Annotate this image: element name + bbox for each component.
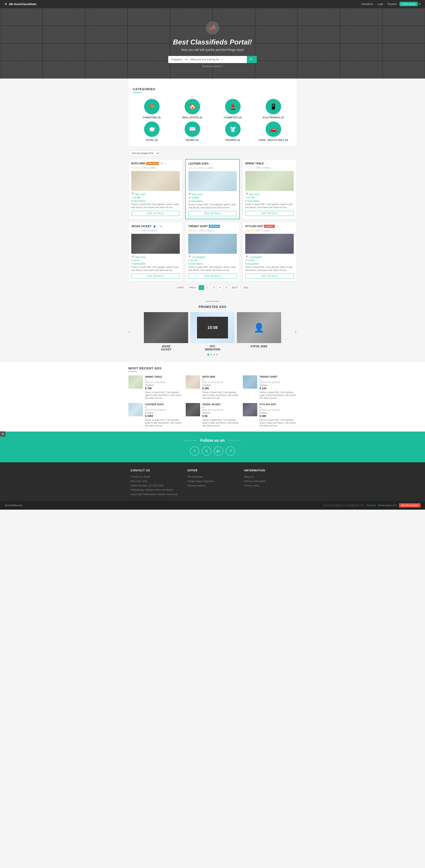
recent-date-3: 2013-11-14 16:48:20 [145,409,182,411]
footer-offer-link-2[interactable]: Payment options [188,484,238,488]
nav-login[interactable]: Login [376,2,385,6]
sort-select[interactable]: Sort by lowest first [129,150,160,156]
recent-item-2[interactable]: TRENDY SKIRT ● 2013-11-14 16:42:30 Fashi… [243,375,296,400]
test-drive-link[interactable]: Test drive [366,504,376,506]
location-4: 📍 Los Angeles [188,255,237,258]
category-electronics[interactable]: 📱 ELECTRONICS (3) [254,99,292,119]
dot-0[interactable] [207,354,209,355]
buy-template-button[interactable]: Buy this template [399,503,421,507]
footer-address2: New York, USA [131,479,181,484]
gear-button[interactable]: ⚙ [0,431,5,437]
see-details-3[interactable]: SEE DETAILS [131,274,180,279]
see-details-1[interactable]: SEE DETAILS [188,211,236,216]
carousel-next-button[interactable]: › [293,326,299,337]
promoted-item-0[interactable]: JEANSJACKET [144,312,188,351]
hero-content: 📣 Best Classifieds Portal! Here you will… [4,21,421,67]
heart-icon-0[interactable]: ♡ [164,162,166,165]
listing-leather-sofa: LEATHER SOFA ♡ ★★★★★ 4.67 ( 1 votes ) 📍 … [185,159,239,219]
pinterest-icon[interactable]: 𝓟 [226,446,235,456]
category-books[interactable]: 📖 BOOKS (3) [173,121,211,141]
footer-info-link-2[interactable]: Privacy policy [244,484,294,488]
post-advert-button[interactable]: +Post advert [400,2,418,6]
heart-icon-3[interactable]: ♡ [157,225,159,228]
see-details-5[interactable]: SEE DETAILS [245,274,294,279]
footer-offer-link-1[interactable]: Google maps integration [188,479,238,484]
recent-title: MOST RECENT ADS [129,367,296,370]
footer-address: © Neal Iron Street [131,475,181,479]
pagination-end[interactable]: END [241,285,250,290]
promoted-img-1: 10:08 [190,312,235,343]
twitter-icon[interactable]: 𝕏 [202,446,211,456]
desc-label-1: ● Description [188,200,236,203]
heart-icon-5[interactable]: ♡ [277,225,279,228]
heart-icon-1[interactable]: ♡ [210,162,213,165]
carousel-prev-button[interactable]: ‹ [126,326,132,337]
category-select[interactable]: Category [168,56,188,63]
hamburger-icon[interactable]: ≡ [419,2,421,6]
advanced-search-link[interactable]: Advanced search + [4,65,421,67]
pagination-next[interactable]: NEXT [230,285,240,290]
listing-leather-sofa-title: LEATHER SOFA ♡ [188,162,236,165]
dot-2[interactable] [213,354,215,355]
google-plus-icon[interactable]: g+ [214,446,223,456]
heart-icon-4[interactable]: ♡ [222,225,224,228]
see-details-0[interactable]: SEE DETAILS [131,211,180,216]
recent-desc-2: Donec ut quam felis. Cras egestas, quam … [259,391,296,400]
price-4: 🏷 $ 149 [188,259,237,262]
listing-image-0 [131,171,180,191]
recent-item-1[interactable]: BATH SINK ● 2013-11-14 16:50:10 Furnitur… [186,375,239,400]
search-input[interactable] [188,56,247,63]
recent-price-4: $ 99 [202,414,239,417]
footer-offer-link-0[interactable]: JM-classifieds [188,475,238,479]
listing-image-1 [188,171,236,191]
recent-item-title-0: DINING TABLE [145,375,182,378]
pagination-page-3[interactable]: 3 [211,285,217,290]
recent-price-0: $ 799 [145,387,182,390]
recent-item-4[interactable]: JEANS JACKET ● 2013-11-14 16:46:10 Fashi… [186,403,239,427]
recent-date-1: 2013-11-14 16:50:10 [202,381,239,383]
dot-3[interactable] [216,354,218,355]
see-details-4[interactable]: SEE DETAILS [188,274,237,279]
categories-underline [133,92,142,93]
desc-circle-icon-0: ● [131,199,133,202]
recent-item-3[interactable]: LEATHER SOFA ● 2013-11-14 16:48:20 Furni… [129,403,182,427]
hero-title: Best Classifieds Portal! [4,38,421,46]
pagination-start[interactable]: START [175,285,187,290]
promoted-item-1[interactable]: 10:08 HTCSENSATION [190,312,235,351]
dot-1[interactable] [210,354,212,355]
see-details-2[interactable]: SEE DETAILS [245,211,294,216]
categories-title: CATEGORIES [133,87,292,91]
pagination-page-5[interactable]: 5 [224,285,229,290]
recent-thumb-0 [129,375,143,389]
pagination-page-4[interactable]: 4 [217,285,223,290]
recent-price-1: $ 385 [202,387,239,390]
listing-trendy-skirt-title: TRENDY SKIRT BROWSE ♡ [188,225,237,228]
footer-contact: CONTACT US © Neal Iron Street New York, … [131,469,181,497]
heart-icon-2[interactable]: ♡ [266,162,268,165]
badge-browse: BROWSE [209,225,220,228]
categories-section: CATEGORIES 🪑 FURNITURE (3) 🏠 REAL ESTATE… [129,79,296,146]
listing-bath-sink-title: BATH SINK FOR SALE ✏️ ♡ [131,162,180,165]
desc-circle-icon-1: ● [188,200,190,203]
category-hotel[interactable]: 🍽️ HOTEL (3) [133,121,171,141]
price-0: 🏷 $ 385 [131,196,180,199]
category-furniture[interactable]: 🪑 FURNITURE (3) [133,99,171,119]
category-cosmetics[interactable]: 💄 COSMETICS (3) [214,99,252,119]
nav-classifieds[interactable]: Classifieds [360,2,375,6]
promoted-item-2[interactable]: 👤 STEVE JOBS [237,312,281,351]
recent-item-5[interactable]: STYLISH SUIT ● 2013-11-14 16:40:33 Fashi… [243,403,296,427]
category-real-estate[interactable]: 🏠 REAL ESTATE (6) [173,99,211,119]
recent-price-5: $ 580 [259,414,296,417]
pagination-page-2[interactable]: 2 [205,285,210,290]
category-cars[interactable]: 🚗 CARS - ADULTS ONLY (6) [254,121,292,141]
category-fashion[interactable]: 👕 FASHION (3) [214,121,252,141]
search-button[interactable]: 🔍 [247,56,257,63]
facebook-icon[interactable]: f [190,446,199,456]
nav-register[interactable]: Register [386,2,399,6]
pagination-prev[interactable]: PREV [187,285,198,290]
footer-info-link-1[interactable]: Delivery information [244,479,294,484]
footer-info-link-0[interactable]: About us [244,475,294,479]
pagination-page-1[interactable]: 1 [199,285,204,290]
recent-item-0[interactable]: DINING TABLE ● 2013-11-14 16:46:32 Furni… [129,375,182,400]
desc-2: Donec ut quam felis. Cras egestas, quam … [245,203,294,209]
